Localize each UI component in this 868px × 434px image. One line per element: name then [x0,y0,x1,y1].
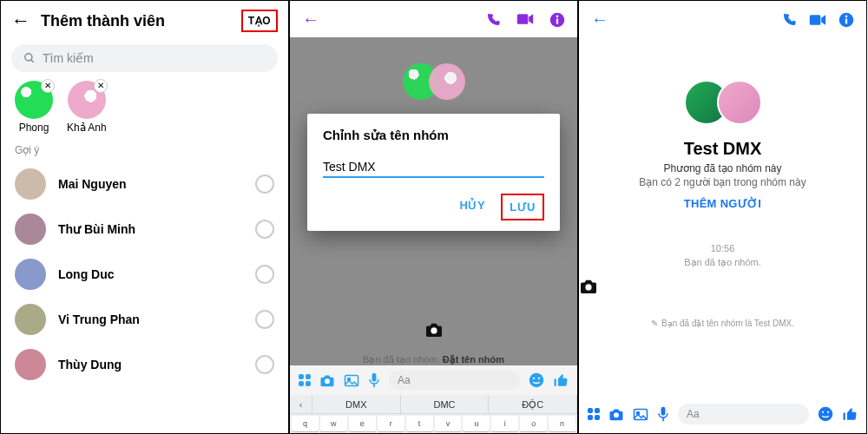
system-message: ✎Bạn đã đặt tên nhóm là Test DMX. [579,319,866,328]
svg-point-12 [533,378,535,379]
create-button[interactable]: TẠO [241,10,278,32]
call-icon[interactable] [485,12,501,28]
svg-point-6 [431,327,437,333]
svg-point-11 [529,373,544,388]
dialog-title: Chỉnh sửa tên nhóm [323,128,544,143]
back-arrow-icon[interactable]: ← [11,10,30,32]
creator-line: Phương đã tạo nhóm này [579,162,866,174]
svg-rect-10 [372,373,377,382]
emoji-icon[interactable] [529,372,544,388]
camera-icon[interactable] [319,374,335,387]
message-input[interactable]: Aa [389,371,520,390]
video-icon[interactable] [809,13,826,27]
select-radio[interactable] [255,174,274,194]
avatar [429,63,465,100]
suggestion-name: Mai Nguyen [58,177,255,191]
video-icon[interactable] [516,12,534,28]
svg-rect-16 [845,18,847,23]
search-input[interactable]: Tìm kiếm [11,44,278,72]
avatar [15,168,46,200]
call-icon[interactable] [781,12,797,28]
suggestion-row[interactable]: Mai Nguyen [1,161,288,207]
suggestion-label: Gợi ý [1,141,288,161]
mic-icon[interactable] [657,406,669,422]
remove-icon[interactable]: ✕ [41,79,55,93]
select-radio[interactable] [255,355,274,374]
suggestion-name: Thư Bùi Minh [58,222,255,236]
selected-member: ✕ Khả Anh [67,81,107,134]
svg-point-23 [819,407,833,422]
avatar [15,349,46,380]
avatar: ✕ [68,81,106,119]
add-people-button[interactable]: THÊM NGƯỜI [579,197,866,210]
svg-point-0 [25,54,32,61]
avatar [15,259,46,290]
back-arrow-icon[interactable]: ← [302,10,319,30]
rename-dialog: Chỉnh sửa tên nhóm HỦY LƯU [307,114,560,231]
group-name-input[interactable] [323,160,544,174]
pencil-icon: ✎ [651,319,658,328]
svg-point-7 [325,378,330,384]
back-arrow-icon[interactable]: ← [591,10,608,30]
svg-point-5 [556,15,559,17]
svg-point-17 [845,15,848,17]
timestamp: 10:56 [579,243,866,253]
select-radio[interactable] [255,310,274,329]
friends-line: Bạn có 2 người bạn trong nhóm này [579,176,866,188]
suggestion-row[interactable]: Thùy Dung [1,342,288,387]
avatar [15,214,46,245]
emoji-icon[interactable] [818,406,833,422]
suggestion-row[interactable]: Thư Bùi Minh [1,207,288,252]
gallery-icon[interactable] [633,408,648,421]
page-title: Thêm thành viên [41,12,241,30]
info-icon[interactable] [838,12,854,28]
selected-name: Khả Anh [67,122,107,134]
suggestion-row[interactable]: Long Duc [1,252,288,297]
camera-icon[interactable] [579,279,866,294]
mic-icon[interactable] [368,372,380,388]
gallery-icon[interactable] [344,374,359,387]
name-group-link[interactable]: Đặt tên nhóm [443,354,504,365]
svg-rect-14 [810,15,821,25]
cancel-button[interactable]: HỦY [453,194,493,220]
svg-point-24 [822,411,824,413]
apps-icon[interactable] [588,408,600,420]
svg-line-1 [31,60,34,62]
status-text: Bạn đã tạo nhóm. Đặt tên nhóm [290,354,577,365]
save-button[interactable]: LƯU [501,194,544,220]
kbd-suggestion[interactable]: ĐỘC [489,395,577,413]
like-icon[interactable] [842,406,858,422]
selected-name: Phong [15,122,53,134]
svg-rect-4 [556,18,558,23]
search-icon [23,52,36,64]
svg-rect-2 [517,14,529,24]
search-placeholder: Tìm kiếm [43,51,94,65]
select-radio[interactable] [255,220,274,239]
group-name: Test DMX [579,139,866,159]
selected-member: ✕ Phong [15,81,53,134]
message-input[interactable]: Aa [678,404,809,424]
keyboard[interactable]: ‹ DMX DMC ĐỘC qwertvuion [290,395,577,433]
svg-point-19 [614,412,619,418]
svg-point-25 [827,411,829,413]
svg-point-18 [585,284,591,290]
kbd-suggestion[interactable]: DMC [401,395,490,413]
like-icon[interactable] [553,372,569,388]
suggestion-name: Long Duc [58,267,255,281]
system-message: Bạn đã tạo nhóm. [579,257,866,268]
camera-icon[interactable] [608,408,624,421]
apps-icon[interactable] [299,374,311,386]
suggestion-row[interactable]: Vi Trung Phan [1,297,288,342]
avatar: ✕ [15,81,53,119]
kbd-chevron-icon[interactable]: ‹ [290,395,312,413]
remove-icon[interactable]: ✕ [94,79,108,93]
camera-icon[interactable] [424,322,444,338]
suggestion-name: Thùy Dung [58,358,255,372]
group-avatar [690,80,756,125]
select-radio[interactable] [255,265,274,284]
svg-point-13 [538,378,540,379]
kbd-suggestion[interactable]: DMX [312,395,401,413]
avatar [15,304,46,335]
svg-rect-22 [661,407,666,416]
info-icon[interactable] [549,12,565,28]
